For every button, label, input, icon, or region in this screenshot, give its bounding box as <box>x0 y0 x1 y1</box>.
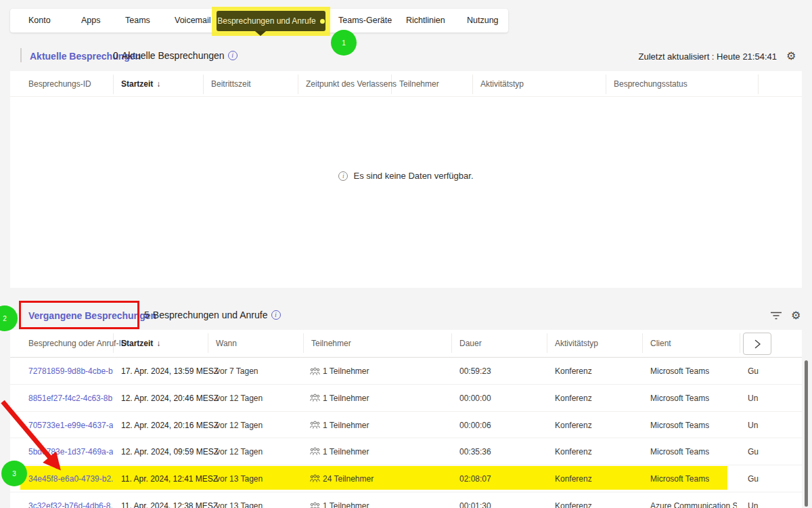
step-number: 3 <box>12 470 16 478</box>
people-icon <box>310 421 320 429</box>
cell-qualitaet: Un <box>748 412 758 438</box>
col-aktivitaetstyp[interactable]: Aktivitätstyp <box>480 79 524 89</box>
info-icon: i <box>338 171 348 181</box>
col-besprechungs-id[interactable]: Besprechungs-ID <box>28 79 91 89</box>
current-meetings-subtitle-label: Aktuelle Besprechungen <box>122 50 225 61</box>
col-client[interactable]: Client <box>650 339 671 348</box>
notification-dot-icon <box>320 19 325 24</box>
tab-nutzung[interactable]: Nutzung <box>467 9 499 33</box>
scroll-columns-right-button[interactable] <box>743 333 771 355</box>
cell-wann: vor 13 Tagen <box>216 492 263 508</box>
table-row[interactable]: 8851ef27-f4c2-4c63-8b... 12. Apr. 2024, … <box>10 385 802 411</box>
col-zeitpunkt-verlassens[interactable]: Zeitpunkt des Verlassens <box>306 79 397 89</box>
tab-besprechungen-und-anrufe[interactable]: Besprechungen und Anrufe <box>217 11 325 31</box>
teams-admin-meetings-page: Konto Apps Teams Voicemail Teams-Geräte … <box>0 0 812 508</box>
col-besprechung-oder-anruf-id[interactable]: Besprechung oder Anruf-ID <box>28 339 127 348</box>
empty-state-text: Es sind keine Daten verfügbar. <box>353 171 473 181</box>
last-updated-text: Zuletzt aktualisiert : Heute 21:54:41 <box>638 51 777 62</box>
cell-teilnehmer: 1 Teilnehmer <box>310 358 369 385</box>
cell-qualitaet: Gu <box>748 465 759 492</box>
info-glyph: i <box>342 173 344 179</box>
header-underline <box>10 96 802 97</box>
annotation-red-rectangle <box>19 301 139 329</box>
cell-teilnehmer: 1 Teilnehmer <box>310 412 369 438</box>
cell-teilnehmer: 24 Teilnehmer <box>310 465 374 492</box>
current-meetings-count: 0 <box>113 50 118 61</box>
info-icon[interactable]: i <box>228 51 238 60</box>
cell-qualitaet: Un <box>748 492 758 508</box>
cell-client: Microsoft Teams <box>650 358 709 385</box>
vertical-scrollbar[interactable] <box>805 360 808 507</box>
cell-teilnehmer: 1 Teilnehmer <box>310 438 369 465</box>
tab-voicemail[interactable]: Voicemail <box>175 9 211 33</box>
callout-arrow-icon <box>255 31 266 36</box>
col-aktivitaetstyp[interactable]: Aktivitätstyp <box>555 339 598 348</box>
col-startzeit[interactable]: Startzeit ↓ <box>121 339 160 348</box>
past-meetings-count: 5 <box>144 310 150 320</box>
tab-teams-geraete[interactable]: Teams-Geräte <box>338 9 392 33</box>
column-divider <box>758 75 759 94</box>
cell-aktivitaetstyp: Konferenz <box>555 438 592 465</box>
settings-gear-icon[interactable]: ⚙ <box>791 310 800 321</box>
past-meetings-subtitle: 5 Besprechungen und Anrufe i <box>144 310 281 320</box>
cell-dauer: 00:00:00 <box>459 385 491 411</box>
cell-startzeit: 12. Apr. 2024, 09:59 MESZ <box>121 438 219 465</box>
cell-client: Microsoft Teams <box>650 385 709 411</box>
meeting-id-link[interactable]: 72781859-9d8b-4cbe-b... <box>28 358 113 385</box>
column-divider <box>203 75 204 94</box>
tab-teams[interactable]: Teams <box>125 9 150 33</box>
cell-wann: vor 12 Tagen <box>216 412 263 438</box>
table-row-highlighted[interactable]: 34e45f8-e6a0-4739-b2... 11. Apr. 2024, 1… <box>10 465 802 492</box>
cell-wann: vor 12 Tagen <box>216 385 263 411</box>
filter-lines-glyph <box>770 311 782 320</box>
sort-descending-icon: ↓ <box>156 79 160 89</box>
col-label: Startzeit <box>121 339 153 348</box>
tab-apps[interactable]: Apps <box>81 9 101 33</box>
cell-teilnehmer: 1 Teilnehmer <box>310 385 369 411</box>
table-row[interactable]: 3c32ef32-b76d-4db6-8... 11. Apr. 2024, 1… <box>10 492 802 508</box>
settings-gear-icon[interactable]: ⚙ <box>786 51 796 62</box>
col-startzeit[interactable]: Startzeit ↓ <box>121 79 160 89</box>
chevron-right-icon <box>753 339 761 350</box>
table-row[interactable]: 5bde783e-1d37-469a-a... 12. Apr. 2024, 0… <box>10 438 802 465</box>
meeting-id-link[interactable]: 3c32ef32-b76d-4db6-8... <box>28 492 113 508</box>
participants-text: 1 Teilnehmer <box>323 501 369 508</box>
tab-konto[interactable]: Konto <box>28 9 51 33</box>
cell-aktivitaetstyp: Konferenz <box>555 465 592 492</box>
col-teilnehmer[interactable]: Teilnehmer <box>399 79 439 89</box>
cell-client: Microsoft Teams <box>650 465 709 492</box>
info-icon[interactable]: i <box>271 310 281 320</box>
column-divider <box>642 333 643 353</box>
col-besprechungsstatus[interactable]: Besprechungsstatus <box>614 79 687 89</box>
cell-qualitaet: Un <box>748 385 758 411</box>
col-teilnehmer[interactable]: Teilnehmer <box>311 339 351 348</box>
annotation-highlight-active-tab: Besprechungen und Anrufe <box>212 7 330 36</box>
step-number: 2 <box>3 315 7 322</box>
step-number: 1 <box>342 39 346 47</box>
cell-qualitaet: Gu <box>748 438 759 465</box>
cell-startzeit: 11. Apr. 2024, 12:38 MESZ <box>121 492 218 508</box>
col-dauer[interactable]: Dauer <box>459 339 482 348</box>
participants-text: 24 Teilnehmer <box>323 474 374 484</box>
annotation-step-badge-3: 3 <box>1 461 27 486</box>
table-row[interactable]: 705733e1-e99e-4637-a... 12. Apr. 2024, 2… <box>10 412 802 438</box>
filter-icon[interactable] <box>770 311 782 323</box>
col-wann[interactable]: Wann <box>216 339 237 348</box>
tab-richtlinien[interactable]: Richtlinien <box>406 9 445 33</box>
people-icon <box>310 367 320 376</box>
people-icon <box>310 447 320 456</box>
cell-client: Azure Communication S... <box>650 492 737 508</box>
cell-startzeit: 12. Apr. 2024, 20:16 MESZ <box>121 412 219 438</box>
table-row[interactable]: 72781859-9d8b-4cbe-b... 17. Apr. 2024, 1… <box>10 358 802 385</box>
annotation-step-badge-2: 2 <box>0 305 18 331</box>
cell-qualitaet: Gu <box>748 358 759 385</box>
column-divider <box>298 75 298 94</box>
participants-text: 1 Teilnehmer <box>323 421 369 430</box>
column-divider <box>303 333 304 353</box>
col-beitrittszeit[interactable]: Beitrittszeit <box>211 79 251 89</box>
participants-text: 1 Teilnehmer <box>323 366 369 376</box>
col-label: Startzeit <box>121 79 153 89</box>
participants-text: 1 Teilnehmer <box>323 447 369 457</box>
cell-dauer: 02:08:07 <box>459 465 491 492</box>
cell-aktivitaetstyp: Konferenz <box>555 492 592 508</box>
